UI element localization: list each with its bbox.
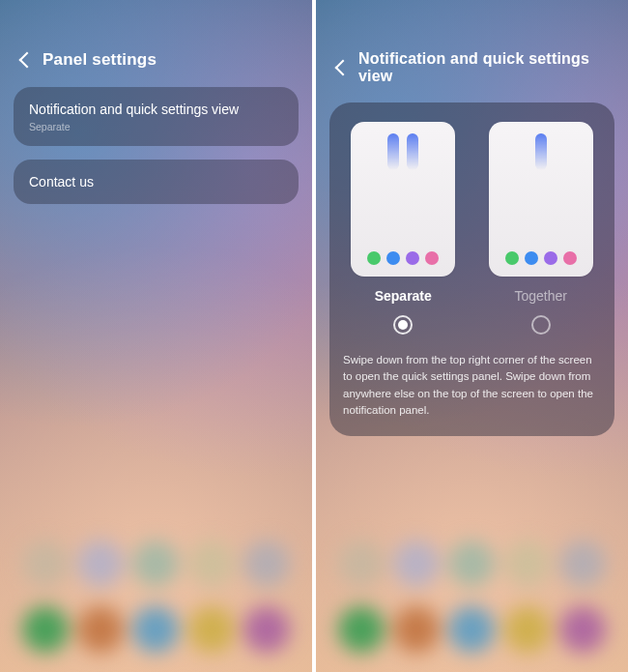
dock-app-icon [22, 541, 69, 587]
screen-notification-view: Notification and quick settings view Sep… [316, 0, 628, 672]
dock-app-icon [393, 541, 440, 587]
dock-app-icon [393, 606, 440, 653]
app-dot-icon [563, 251, 577, 265]
option-description: Swipe down from the top right corner of … [343, 352, 601, 419]
app-dot-icon [544, 251, 557, 265]
dock-app-icon [338, 541, 385, 587]
dock-app-icon [448, 606, 495, 653]
row-title: Contact us [29, 174, 283, 190]
dock-app-icon [504, 606, 551, 653]
settings-list: Notification and quick settings view Sep… [0, 87, 312, 204]
row-title: Notification and quick settings view [29, 102, 283, 118]
app-dot-icon [386, 251, 400, 265]
dock-app-icon [243, 541, 290, 587]
dock-app-icon [559, 541, 606, 587]
back-icon[interactable] [19, 52, 36, 69]
dock-app-icon [504, 541, 551, 587]
app-dot-icon [406, 251, 419, 265]
radio-together[interactable] [531, 315, 551, 335]
preview-together [489, 122, 593, 277]
dock-app-icon [559, 606, 606, 653]
dock-app-icon [132, 541, 179, 587]
dock-app-icon [77, 606, 124, 653]
dock-app-icon [188, 541, 235, 587]
option-label: Separate [375, 288, 432, 304]
app-dot-icon [525, 251, 538, 265]
swipe-indicator-icon [387, 133, 399, 170]
preview-dock [351, 251, 455, 265]
page-title: Notification and quick settings view [358, 50, 611, 85]
header: Panel settings [0, 0, 312, 87]
dock-app-icon [22, 606, 69, 653]
option-together[interactable]: Together [481, 122, 602, 335]
swipe-indicator-icon [407, 133, 418, 170]
row-subtitle: Separate [29, 121, 283, 132]
page-title: Panel settings [43, 50, 157, 70]
row-contact-us[interactable]: Contact us [14, 160, 299, 204]
app-dot-icon [425, 251, 439, 265]
screen-panel-settings: Panel settings Notification and quick se… [0, 0, 312, 672]
home-dock [316, 517, 628, 672]
back-icon[interactable] [335, 60, 352, 76]
dock-app-icon [188, 606, 235, 653]
preview-dock [489, 251, 593, 265]
dock-app-icon [338, 606, 385, 653]
option-label: Together [515, 288, 567, 304]
option-separate[interactable]: Separate [343, 122, 464, 335]
header: Notification and quick settings view [316, 0, 628, 102]
dock-app-icon [448, 541, 495, 587]
dock-app-icon [77, 541, 124, 587]
app-dot-icon [505, 251, 519, 265]
view-options: Separate Together [343, 122, 601, 335]
preview-separate [351, 122, 455, 277]
radio-separate[interactable] [393, 315, 413, 335]
dock-app-icon [243, 606, 290, 653]
swipe-indicator-icon [535, 133, 547, 170]
view-option-card: Separate Together Swipe down from the t [329, 102, 614, 436]
dock-app-icon [132, 606, 179, 653]
home-dock [0, 517, 312, 672]
row-notification-quick-settings-view[interactable]: Notification and quick settings view Sep… [14, 87, 299, 146]
app-dot-icon [367, 251, 381, 265]
